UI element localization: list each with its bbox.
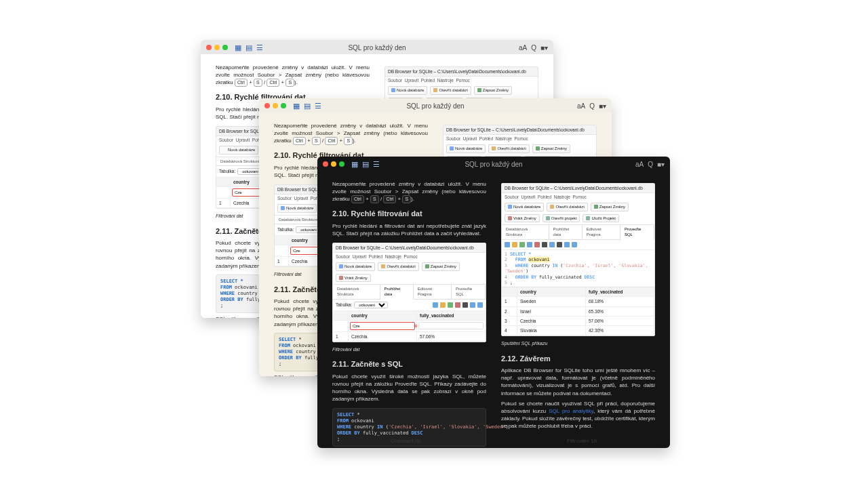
list-view-icon[interactable]: ☰ (256, 43, 263, 52)
filter-input[interactable] (351, 323, 412, 329)
list-view-icon[interactable]: ☰ (373, 160, 380, 169)
search-icon[interactable]: Q (589, 102, 595, 110)
textsize-button[interactable]: aA (635, 161, 644, 168)
minimize-icon[interactable] (273, 103, 278, 108)
view-toggle[interactable]: ▦ ▤ ☰ (351, 160, 380, 169)
window-title: SQL pro každý den (465, 161, 522, 168)
titlebar: ▦ ▤ ☰ SQL pro každý den aA Q ■▾ (259, 98, 612, 113)
scroll-view-icon[interactable]: ▤ (362, 160, 369, 169)
minimize-icon[interactable] (214, 45, 220, 50)
section-212-body1: Aplikace DB Browser for SQLite toho umí … (501, 367, 655, 397)
app-screenshot-sql: DB Browser for SQLite – C:\Users\LovelyD… (501, 183, 655, 336)
view-toggle[interactable]: ▦ ▤ ☰ (235, 43, 263, 52)
list-view-icon[interactable]: ☰ (315, 102, 321, 110)
bookmark-icon[interactable]: ■▾ (599, 102, 606, 110)
section-210-body: Pro rychlé hledání a filtrování dat ani … (332, 222, 486, 237)
window-title: SQL pro každý den (348, 44, 406, 52)
scroll-view-icon[interactable]: ▤ (304, 102, 311, 110)
app-screenshot-browse: DB Browser for SQLite – C:\Users\LovelyD… (332, 243, 486, 342)
minimize-icon[interactable] (331, 161, 336, 167)
titlebar: ▦ ▤ ☰ SQL pro každý den aA Q ■▾ (201, 40, 553, 54)
search-icon[interactable]: Q (648, 161, 653, 168)
close-icon[interactable] (264, 103, 270, 108)
titlebar: ▦ ▤ ☰ SQL pro každý den aA Q ■▾ (317, 157, 670, 171)
page-footer: Ockovani.dbFiltrování 16 (317, 438, 670, 444)
scroll-view-icon[interactable]: ▤ (245, 43, 252, 52)
intro-text: Nezapomeňte provedené změny v databázi u… (216, 64, 370, 87)
section-212-body2: Pokud se chcete naučit využívat SQL při … (501, 400, 655, 430)
table-select[interactable]: ockovani (354, 302, 388, 308)
bookmark-icon[interactable]: ■▾ (540, 44, 548, 52)
figure-caption: Filtrování dat (332, 346, 486, 353)
intro-text: Nezapomeňte provedené změny v databázi u… (332, 180, 486, 203)
textsize-button[interactable]: aA (577, 102, 585, 110)
zoom-icon[interactable] (222, 45, 228, 50)
zoom-icon[interactable] (281, 103, 286, 108)
zoom-icon[interactable] (339, 161, 344, 167)
view-toggle[interactable]: ▦ ▤ ☰ (293, 102, 321, 110)
stage: ▦ ▤ ☰ SQL pro každý den aA Q ■▾ Nezapome… (0, 0, 868, 488)
close-icon[interactable] (206, 45, 212, 50)
sql-course-link[interactable]: SQL pro analytiky (549, 408, 593, 414)
section-210-title: 2.10. Rychlé filtrování dat (332, 209, 486, 219)
window-dark: ▦ ▤ ☰ SQL pro každý den aA Q ■▾ Nezapome… (317, 157, 670, 448)
textsize-button[interactable]: aA (519, 44, 527, 52)
window-title: SQL pro každý den (406, 102, 464, 110)
book-view-icon[interactable]: ▦ (293, 102, 300, 110)
section-212-title: 2.12. Závěrem (501, 354, 655, 364)
section-211-title: 2.11. Začněte s SQL (332, 359, 486, 369)
search-icon[interactable]: Q (531, 44, 536, 52)
close-icon[interactable] (323, 161, 328, 167)
section-211-body: Pokud chcete využít široké možnosti jazy… (332, 373, 486, 403)
book-view-icon[interactable]: ▦ (351, 160, 358, 169)
book-view-icon[interactable]: ▦ (235, 43, 241, 52)
figure-caption: Spuštění SQL příkazu (501, 340, 655, 347)
bookmark-icon[interactable]: ■▾ (657, 161, 665, 168)
